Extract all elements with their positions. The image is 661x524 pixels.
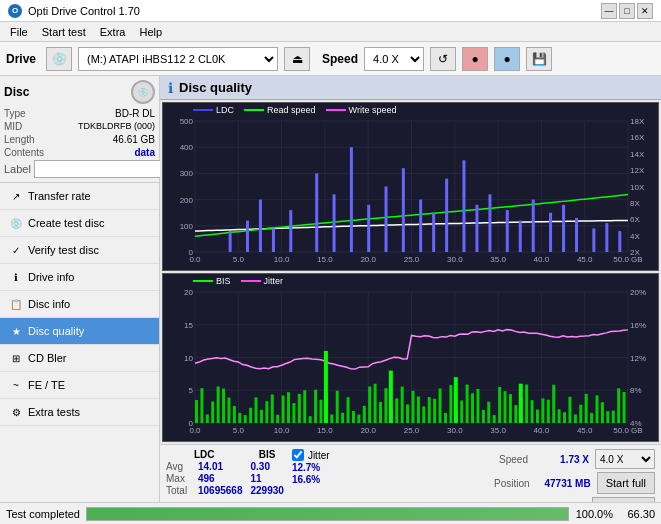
disc-quality-title: Disc quality — [179, 80, 252, 95]
status-text: Test completed — [6, 508, 80, 520]
disc-info-icon: 📋 — [8, 296, 24, 312]
chart2-legend: BIS Jitter — [193, 276, 283, 286]
jitter-avg-val: 12.7% — [292, 462, 320, 473]
bis-max-val: 11 — [251, 473, 262, 484]
legend-ldc: LDC — [193, 105, 234, 115]
max-label: Max — [166, 473, 194, 484]
fe-te-icon: ~ — [8, 377, 24, 393]
jitter-avg-row: 12.7% — [292, 462, 330, 473]
bis-avg-row: 0.30 — [251, 461, 284, 472]
color2-button[interactable]: ● — [494, 47, 520, 71]
menu-extra[interactable]: Extra — [94, 24, 132, 40]
app-title: Opti Drive Control 1.70 — [28, 5, 140, 17]
disc-panel: Disc 💿 Type BD-R DL MID TDKBLDRFB (000) … — [0, 76, 159, 183]
nav-verify-test-disc[interactable]: ✓ Verify test disc — [0, 237, 159, 264]
speed-label: Speed — [322, 52, 358, 66]
create-test-disc-icon: 💿 — [8, 215, 24, 231]
legend-write-label: Write speed — [349, 105, 397, 115]
charts-area: LDC Read speed Write speed — [160, 100, 661, 444]
menu-help[interactable]: Help — [133, 24, 168, 40]
nav-verify-test-disc-label: Verify test disc — [28, 244, 99, 256]
sidebar: Disc 💿 Type BD-R DL MID TDKBLDRFB (000) … — [0, 76, 160, 524]
drive-label: Drive — [6, 52, 36, 66]
speed-stat-val: 1.73 X — [534, 454, 589, 465]
jitter-label: Jitter — [308, 450, 330, 461]
progress-percent: 100.0% — [575, 508, 613, 520]
disc-header: Disc 💿 — [4, 80, 155, 104]
disc-type-val: BD-R DL — [115, 108, 155, 119]
disc-length-label: Length — [4, 134, 35, 145]
transfer-rate-icon: ↗ — [8, 188, 24, 204]
verify-test-disc-icon: ✓ — [8, 242, 24, 258]
nav-cd-bler[interactable]: ⊞ CD Bler — [0, 345, 159, 372]
bis-max-row: 11 — [251, 473, 284, 484]
nav-extra-tests[interactable]: ⚙ Extra tests — [0, 399, 159, 426]
statusbar-value: 66.30 — [619, 508, 655, 520]
nav-create-test-disc[interactable]: 💿 Create test disc — [0, 210, 159, 237]
disc-length-row: Length 46.61 GB — [4, 134, 155, 145]
extra-tests-icon: ⚙ — [8, 404, 24, 420]
disc-type-row: Type BD-R DL — [4, 108, 155, 119]
disc-type-label: Type — [4, 108, 26, 119]
disc-contents-row: Contents data — [4, 147, 155, 158]
disc-mid-val: TDKBLDRFB (000) — [78, 121, 155, 132]
position-val: 47731 MB — [536, 478, 591, 489]
ldc-avg-row: Avg 14.01 — [166, 461, 243, 472]
disc-length-val: 46.61 GB — [113, 134, 155, 145]
menu-file[interactable]: File — [4, 24, 34, 40]
legend-jitter: Jitter — [241, 276, 284, 286]
bis-total-val: 229930 — [251, 485, 284, 496]
disc-label-row: Label ✎ — [4, 160, 155, 178]
position-row: Position 47731 MB Start full — [494, 472, 655, 494]
eject-button[interactable]: ⏏ — [284, 47, 310, 71]
nav-drive-info[interactable]: ℹ Drive info — [0, 264, 159, 291]
drive-icon-btn[interactable]: 💿 — [46, 47, 72, 71]
main-layout: Disc 💿 Type BD-R DL MID TDKBLDRFB (000) … — [0, 76, 661, 524]
maximize-button[interactable]: □ — [619, 3, 635, 19]
refresh-button[interactable]: ↺ — [430, 47, 456, 71]
bis-avg-val: 0.30 — [251, 461, 270, 472]
disc-quality-icon: ★ — [8, 323, 24, 339]
start-full-button[interactable]: Start full — [597, 472, 655, 494]
nav-fe-te[interactable]: ~ FE / TE — [0, 372, 159, 399]
ldc-column: LDC Avg 14.01 Max 496 Total 10695668 — [166, 449, 243, 496]
legend-write-speed: Write speed — [326, 105, 397, 115]
minimize-button[interactable]: — — [601, 3, 617, 19]
disc-mid-row: MID TDKBLDRFB (000) — [4, 121, 155, 132]
disc-label-input[interactable] — [34, 160, 167, 178]
cd-bler-icon: ⊞ — [8, 350, 24, 366]
nav-disc-info[interactable]: 📋 Disc info — [0, 291, 159, 318]
legend-ldc-color — [193, 109, 213, 111]
bis-header: BIS — [251, 449, 284, 460]
jitter-column: Jitter 12.7% 16.6% — [292, 449, 330, 485]
save-button[interactable]: 💾 — [526, 47, 552, 71]
legend-ldc-label: LDC — [216, 105, 234, 115]
jitter-header: Jitter — [292, 449, 330, 461]
disc-mid-label: MID — [4, 121, 22, 132]
legend-jitter-color — [241, 280, 261, 282]
drive-select[interactable]: (M:) ATAPI iHBS112 2 CL0K — [78, 47, 278, 71]
ldc-max-val: 496 — [198, 473, 215, 484]
jitter-checkbox[interactable] — [292, 449, 304, 461]
nav-disc-quality[interactable]: ★ Disc quality — [0, 318, 159, 345]
speed-display-select[interactable]: 4.0 X — [595, 449, 655, 469]
nav-transfer-rate[interactable]: ↗ Transfer rate — [0, 183, 159, 210]
app-icon: O — [8, 4, 22, 18]
chart1-canvas — [163, 103, 658, 270]
chart2-canvas — [163, 274, 658, 441]
nav-extra-tests-label: Extra tests — [28, 406, 80, 418]
legend-read-color — [244, 109, 264, 111]
bis-total-row: 229930 — [251, 485, 284, 496]
drive-info-icon: ℹ — [8, 269, 24, 285]
menu-start-test[interactable]: Start test — [36, 24, 92, 40]
disc-contents-label: Contents — [4, 147, 44, 158]
speed-select[interactable]: 1.0 X 2.0 X 4.0 X 6.0 X 8.0 X — [364, 47, 424, 71]
close-button[interactable]: ✕ — [637, 3, 653, 19]
ldc-total-row: Total 10695668 — [166, 485, 243, 496]
color1-button[interactable]: ● — [462, 47, 488, 71]
titlebar-controls[interactable]: — □ ✕ — [601, 3, 653, 19]
total-label: Total — [166, 485, 194, 496]
chart1-legend: LDC Read speed Write speed — [193, 105, 396, 115]
nav-transfer-rate-label: Transfer rate — [28, 190, 91, 202]
speed-stat-label: Speed — [499, 454, 528, 465]
